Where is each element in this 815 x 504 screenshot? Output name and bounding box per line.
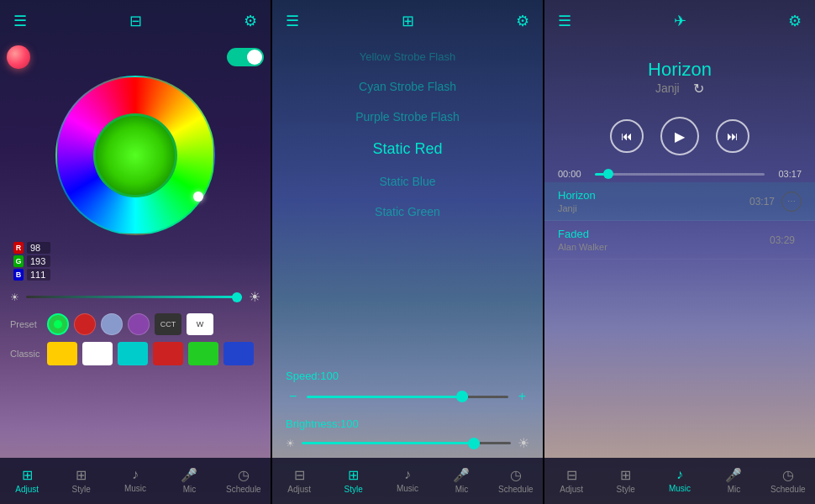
gear-icon-2[interactable]: ⚙ (516, 12, 529, 30)
menu-icon[interactable]: ☰ (13, 12, 27, 30)
nav2-schedule-label: Schedule (498, 485, 534, 494)
nav2-style[interactable]: ⊞ Style (326, 467, 380, 494)
classic-blue[interactable] (223, 342, 254, 365)
song-title: Horizon (558, 59, 802, 81)
nav-adjust[interactable]: ⊞ Adjust (0, 467, 54, 494)
music-header: Horizon Janji ↻ (544, 42, 815, 107)
progress-row: 00:00 03:17 (544, 165, 815, 182)
airplane-icon[interactable]: ✈ (674, 12, 686, 30)
nav2-adjust-label: Adjust (287, 485, 311, 494)
classic-red[interactable] (153, 342, 183, 365)
speed-track[interactable] (307, 396, 507, 398)
classic-green[interactable] (188, 342, 218, 365)
style-static-green[interactable]: Static Green (272, 197, 543, 227)
panel-adjust: ☰ ⊟ ⚙ R 98 G 193 (0, 0, 271, 504)
panel3-bottom-nav: ⊟ Adjust ⊞ Style ♪ Music 🎤 Mic ◷ Schedul… (544, 458, 815, 504)
preset-red[interactable] (74, 313, 96, 335)
preset-row: Preset CCT W (0, 310, 271, 339)
progress-thumb[interactable] (603, 169, 613, 179)
prev-btn[interactable]: ⏮ (610, 119, 644, 153)
rgb-row-r: R 98 (13, 242, 257, 254)
selected-color-ball[interactable] (7, 45, 30, 69)
nav3-music[interactable]: ♪ Music (653, 467, 707, 493)
sun-large-icon: ☀ (518, 435, 529, 451)
nav2-music-label: Music (397, 484, 418, 493)
playlist-options-1[interactable]: ⋯ (781, 192, 802, 212)
playlist-song-2: Faded (558, 228, 770, 240)
nav-mic[interactable]: 🎤 Mic (162, 467, 216, 494)
playlist-duration-2: 03:29 (770, 234, 795, 246)
speed-plus-btn[interactable]: + (515, 387, 529, 406)
nav2-mic[interactable]: 🎤 Mic (434, 467, 488, 494)
playlist-artist-2: Alan Walker (558, 242, 770, 252)
speed-thumb[interactable] (456, 391, 468, 402)
classic-cyan[interactable] (118, 342, 148, 365)
style-list: Yellow Strobe Flash Cyan Strobe Flash Pu… (272, 42, 543, 363)
preset-purple[interactable] (128, 313, 150, 335)
nav-schedule[interactable]: ◷ Schedule (217, 467, 271, 494)
mic-icon-3: 🎤 (725, 467, 742, 483)
schedule-icon-2: ◷ (510, 467, 522, 483)
style-static-blue[interactable]: Static Blue (272, 166, 543, 197)
color-wheel-container[interactable] (55, 76, 215, 235)
nav-style[interactable]: ⊞ Style (54, 467, 108, 494)
mic-icon: 🎤 (181, 467, 197, 483)
style-purple-strobe[interactable]: Purple Strobe Flash (272, 102, 543, 132)
style-static-red[interactable]: Static Red (272, 132, 543, 166)
color-wheel[interactable] (55, 76, 215, 235)
sun-small-icon: ☀ (286, 438, 295, 449)
repeat-icon[interactable]: ↻ (693, 81, 704, 97)
next-btn[interactable]: ⏭ (716, 119, 749, 153)
preset-green[interactable] (47, 313, 69, 335)
rgb-row-b: B 111 (13, 269, 257, 281)
gear-icon[interactable]: ⚙ (244, 12, 257, 30)
nav3-style[interactable]: ⊞ Style (598, 467, 652, 494)
menu-icon-2[interactable]: ☰ (286, 12, 299, 30)
classic-white[interactable] (82, 342, 113, 365)
playlist-duration-1: 03:17 (749, 196, 775, 207)
nav3-schedule[interactable]: ◷ Schedule (761, 467, 815, 494)
brightness-track[interactable] (26, 296, 242, 298)
nav2-schedule[interactable]: ◷ Schedule (489, 467, 543, 494)
brightness-track-2[interactable] (302, 442, 511, 444)
nav-music[interactable]: ♪ Music (108, 467, 162, 493)
player-controls: ⏮ ▶ ⏭ (544, 107, 815, 165)
style-yellow-strobe[interactable]: Yellow Strobe Flash (272, 42, 543, 71)
apps-icon[interactable]: ⊞ (402, 12, 414, 30)
nav3-adjust[interactable]: ⊟ Adjust (544, 467, 598, 494)
panel-music: ☰ ✈ ⚙ Horizon Janji ↻ ⏮ ▶ ⏭ 00:00 0 (544, 0, 815, 504)
settings-sliders-icon[interactable]: ⊟ (129, 12, 142, 30)
panel2-topbar: ☰ ⊞ ⚙ (272, 0, 543, 42)
preset-w[interactable]: W (187, 313, 213, 335)
brightness-section: Brightness:100 ☀ ☀ (272, 412, 543, 458)
playlist-info-1: Horizon Janji (558, 189, 749, 213)
playlist-item-1[interactable]: Horizon Janji 03:17 ⋯ (544, 182, 815, 221)
nav2-adjust[interactable]: ⊟ Adjust (272, 467, 326, 494)
nav3-mic[interactable]: 🎤 Mic (707, 467, 760, 494)
classic-yellow[interactable] (47, 342, 77, 365)
progress-track[interactable] (595, 173, 765, 176)
menu-icon-3[interactable]: ☰ (558, 12, 571, 30)
gear-icon-3[interactable]: ⚙ (788, 12, 802, 30)
classic-label: Classic (10, 349, 42, 359)
play-btn[interactable]: ▶ (660, 117, 699, 155)
artist-row: Janji ↻ (558, 81, 802, 97)
preset-cct[interactable]: CCT (155, 313, 181, 335)
brightness-thumb-2[interactable] (468, 438, 480, 449)
brightness-thumb[interactable] (232, 292, 242, 302)
time-current: 00:00 (558, 169, 588, 179)
panel2-bottom-nav: ⊟ Adjust ⊞ Style ♪ Music 🎤 Mic ◷ Schedul… (272, 458, 543, 504)
preset-lightblue[interactable] (101, 313, 123, 335)
grid-icon: ⊞ (76, 467, 87, 483)
style-cyan-strobe[interactable]: Cyan Strobe Flash (272, 71, 543, 102)
sun-bright-icon: ☀ (249, 289, 260, 305)
playlist-artist-1: Janji (558, 203, 749, 213)
playlist: Horizon Janji 03:17 ⋯ Faded Alan Walker … (544, 182, 815, 458)
playlist-item-2[interactable]: Faded Alan Walker 03:29 (544, 221, 815, 260)
nav2-music[interactable]: ♪ Music (381, 467, 434, 493)
speed-minus-btn[interactable]: − (286, 387, 300, 406)
nav-style-label: Style (71, 485, 90, 494)
mic-icon-2: 🎤 (453, 467, 470, 483)
power-toggle[interactable] (227, 48, 264, 66)
color-wheel-handle[interactable] (193, 192, 203, 202)
